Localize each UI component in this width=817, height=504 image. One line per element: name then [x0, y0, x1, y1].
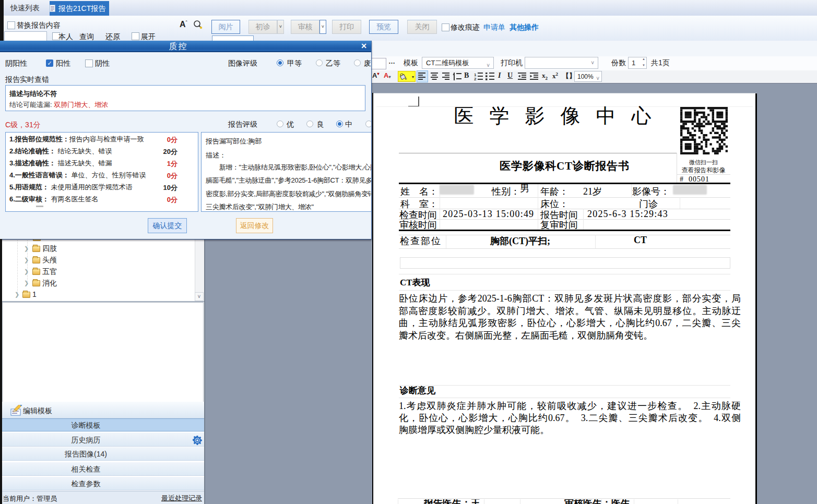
svg-text:2: 2: [474, 77, 477, 80]
